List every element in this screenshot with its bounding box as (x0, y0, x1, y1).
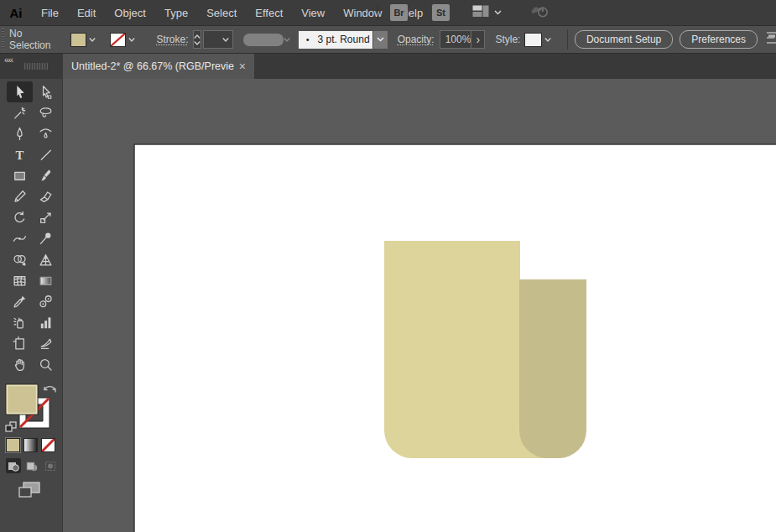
eraser-tool-icon (38, 189, 54, 205)
chevron-down-icon[interactable] (126, 33, 138, 47)
shape-builder-tool[interactable] (7, 249, 33, 270)
column-graph-tool[interactable] (33, 312, 59, 333)
direct-selection-tool[interactable] (33, 81, 59, 102)
tools-panel: T (0, 79, 63, 532)
stroke-color-control[interactable] (110, 33, 138, 47)
pencil-tool[interactable] (7, 186, 33, 207)
main-area: T (0, 79, 776, 532)
width-tool[interactable] (7, 228, 33, 249)
swap-fill-stroke-icon[interactable] (44, 387, 55, 393)
selection-tool[interactable] (7, 81, 33, 102)
menu-item-type[interactable]: Type (155, 7, 197, 19)
close-tab-icon[interactable]: × (239, 60, 246, 73)
document-canvas[interactable] (63, 79, 776, 532)
menu-item-view[interactable]: View (292, 7, 334, 19)
menu-item-select[interactable]: Select (197, 7, 246, 19)
paintbrush-tool[interactable] (33, 165, 59, 186)
eraser-tool[interactable] (33, 186, 59, 207)
opacity-value[interactable]: 100% (440, 34, 471, 45)
none-button[interactable] (41, 438, 55, 452)
bridge-button[interactable]: Br (390, 4, 408, 21)
tools-grid: T (0, 79, 62, 375)
zoom-tool[interactable] (33, 354, 59, 375)
align-panel-icon[interactable] (766, 31, 776, 48)
chevron-right-icon[interactable]: › (471, 31, 484, 48)
document-setup-button[interactable]: Document Setup (575, 30, 673, 49)
sync-status-icon[interactable] (530, 3, 552, 22)
preferences-button[interactable]: Preferences (680, 30, 758, 49)
line-segment-tool[interactable] (33, 144, 59, 165)
type-tool[interactable]: T (7, 144, 33, 165)
menu-item-object[interactable]: Object (105, 7, 155, 19)
chevron-down-icon[interactable] (86, 33, 98, 47)
lasso-tool[interactable] (33, 102, 59, 123)
svg-text:T: T (16, 149, 24, 162)
style-label: Style: (495, 34, 520, 45)
brush-definition-dropdown[interactable]: • 3 pt. Round (299, 31, 388, 49)
draw-behind-button[interactable] (24, 458, 39, 473)
menu-item-effect[interactable]: Effect (246, 7, 292, 19)
opacity-field[interactable]: 100% › (440, 30, 486, 49)
chevron-down-icon[interactable] (542, 33, 554, 47)
stroke-weight-stepper[interactable] (193, 30, 201, 49)
mesh-tool-icon (12, 273, 28, 289)
stroke-weight-dropdown[interactable] (203, 30, 233, 49)
fill-color-control[interactable] (70, 33, 98, 47)
draw-inside-button[interactable] (43, 458, 58, 473)
rectangle-tool-icon (12, 168, 28, 184)
illustrator-window: Ai FileEditObjectTypeSelectEffectViewWin… (0, 0, 776, 532)
artboard-tool-icon (12, 336, 28, 352)
blend-tool[interactable] (33, 291, 59, 312)
artboard-tool[interactable] (7, 333, 33, 354)
document-tab[interactable]: Untitled-2* @ 66.67% (RGB/Preview) × (63, 54, 254, 79)
eyedropper-tool[interactable] (7, 291, 33, 312)
pen-tool[interactable] (7, 123, 33, 144)
slice-tool[interactable] (33, 333, 59, 354)
document-tab-title: Untitled-2* @ 66.67% (RGB/Preview) (71, 60, 234, 72)
menu-item-file[interactable]: File (32, 7, 68, 19)
perspective-grid-tool[interactable] (33, 249, 59, 270)
mesh-tool[interactable] (7, 270, 33, 291)
rotate-tool[interactable] (7, 207, 33, 228)
paper-fold-shape[interactable] (519, 279, 586, 458)
draw-normal-button[interactable] (6, 458, 21, 473)
curvature-tool[interactable] (33, 123, 59, 144)
fill-indicator[interactable] (6, 384, 38, 415)
fill-color-swatch[interactable] (70, 33, 86, 47)
brush-definition-value[interactable]: • 3 pt. Round (299, 31, 372, 49)
control-bar-grip[interactable] (2, 29, 4, 50)
magic-wand-tool[interactable] (7, 102, 33, 123)
stroke-label[interactable]: Stroke: (156, 34, 188, 45)
stroke-none-swatch[interactable] (110, 33, 126, 47)
symbol-sprayer-tool[interactable] (7, 312, 33, 333)
puppet-warp-tool-icon (38, 231, 54, 247)
hand-tool[interactable] (7, 354, 33, 375)
default-fill-stroke-icon[interactable] (6, 422, 16, 431)
zoom-tool-icon (38, 357, 54, 373)
scale-tool[interactable] (33, 207, 59, 228)
app-logo[interactable]: Ai (0, 6, 32, 20)
menu-item-edit[interactable]: Edit (68, 7, 105, 19)
variable-width-profile[interactable] (243, 34, 283, 46)
gradient-tool[interactable] (33, 270, 59, 291)
collapse-panel-icon[interactable]: «« (4, 55, 13, 65)
eyedropper-tool-icon (12, 294, 28, 310)
scale-tool-icon (38, 210, 54, 226)
magic-wand-tool-icon (12, 105, 28, 121)
canvas-area[interactable] (63, 79, 776, 532)
stock-button[interactable]: St (432, 4, 450, 21)
opacity-label[interactable]: Opacity: (398, 34, 435, 45)
rectangle-tool[interactable] (7, 165, 33, 186)
style-swatch[interactable] (524, 33, 542, 47)
puppet-warp-tool[interactable] (33, 228, 59, 249)
gradient-button[interactable] (23, 438, 38, 452)
color-button[interactable] (6, 438, 20, 452)
fill-stroke-indicator[interactable] (3, 383, 60, 438)
chevron-down-icon[interactable] (372, 31, 388, 49)
workspace-switcher[interactable] (472, 5, 502, 21)
tools-panel-grip[interactable] (24, 63, 48, 70)
paintbrush-tool-icon (38, 168, 54, 184)
menu-bar-items: FileEditObjectTypeSelectEffectViewWindow… (32, 7, 432, 19)
change-screen-mode-button[interactable] (15, 480, 44, 503)
style-control[interactable] (524, 33, 554, 47)
